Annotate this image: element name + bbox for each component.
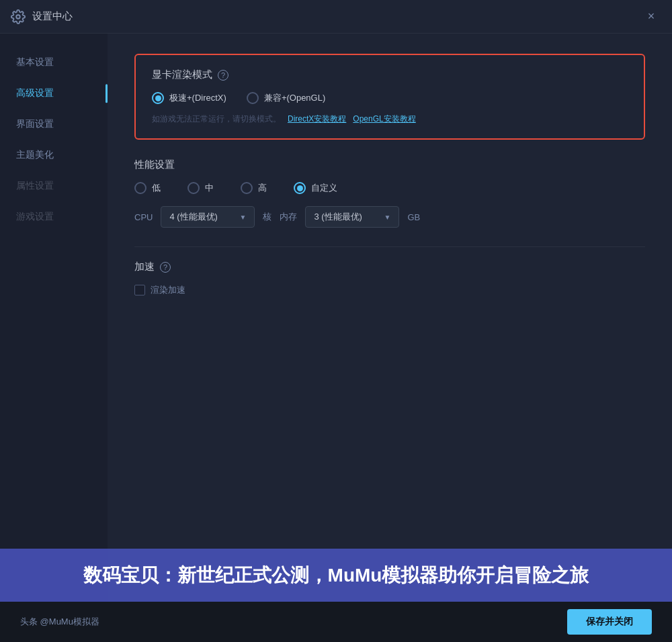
perf-custom-label: 自定义 bbox=[311, 182, 337, 194]
banner-text: 数码宝贝：新世纪正式公测，MuMu模拟器助你开启冒险之旅 bbox=[20, 562, 652, 588]
sidebar-item-advanced[interactable]: 高级设置 bbox=[0, 78, 108, 109]
perf-custom-radio[interactable] bbox=[294, 182, 306, 194]
gpu-render-section: 显卡渲染模式 ? 极速+(DirectX) 兼容+(OpenGL) 如游戏无法正… bbox=[134, 54, 645, 140]
perf-high-label: 高 bbox=[258, 182, 267, 194]
sidebar-item-theme[interactable]: 主题美化 bbox=[0, 140, 108, 171]
perf-low-option[interactable]: 低 bbox=[134, 182, 161, 194]
sidebar-item-ui[interactable]: 界面设置 bbox=[0, 109, 108, 140]
cpu-select-arrow: ▼ bbox=[240, 214, 247, 221]
cpu-select[interactable]: 4 (性能最优) ▼ bbox=[161, 206, 255, 228]
title-text: 设置中心 bbox=[32, 10, 73, 23]
turbo-accel-option[interactable]: 渲染加速 bbox=[134, 284, 645, 296]
acceleration-section: 加速 ? 渲染加速 bbox=[134, 261, 645, 296]
sidebar-item-props: 属性设置 bbox=[0, 171, 108, 201]
perf-low-radio[interactable] bbox=[134, 182, 146, 194]
mem-select[interactable]: 3 (性能最优) ▼ bbox=[305, 206, 399, 228]
gpu-hint-row: 如游戏无法正常运行，请切换模式。 DirectX安装教程 OpenGL安装教程 bbox=[152, 113, 628, 125]
gpu-section-title: 显卡渲染模式 ? bbox=[152, 68, 628, 81]
perf-low-label: 低 bbox=[152, 182, 161, 194]
banner-overlay: 数码宝贝：新世纪正式公测，MuMu模拟器助你开启冒险之旅 bbox=[0, 549, 672, 602]
svg-point-0 bbox=[16, 15, 20, 19]
accel-help-icon[interactable]: ? bbox=[160, 262, 171, 273]
perf-mid-option[interactable]: 中 bbox=[187, 182, 214, 194]
mem-select-arrow: ▼ bbox=[384, 214, 391, 221]
title-bar-left: 设置中心 bbox=[11, 9, 73, 24]
footer-watermark: 头条 @MuMu模拟器 bbox=[20, 616, 99, 628]
perf-high-option[interactable]: 高 bbox=[241, 182, 267, 194]
perf-mid-label: 中 bbox=[205, 182, 214, 194]
performance-section: 性能设置 低 中 高 自定义 bbox=[134, 158, 645, 228]
turbo-accel-label: 渲染加速 bbox=[151, 284, 185, 296]
perf-mid-radio[interactable] bbox=[187, 182, 200, 194]
gpu-radio-group: 极速+(DirectX) 兼容+(OpenGL) bbox=[152, 92, 628, 104]
sidebar-item-basic[interactable]: 基本设置 bbox=[0, 47, 108, 78]
perf-radio-group: 低 中 高 自定义 bbox=[134, 182, 645, 194]
gb-label: GB bbox=[407, 212, 420, 222]
directx-option[interactable]: 极速+(DirectX) bbox=[152, 92, 226, 104]
core-label: 核 bbox=[263, 211, 271, 223]
perf-cpu-row: CPU 4 (性能最优) ▼ 核 内存 3 (性能最优) ▼ GB bbox=[134, 206, 645, 228]
perf-high-radio[interactable] bbox=[241, 182, 253, 194]
title-bar: 设置中心 × bbox=[0, 0, 672, 34]
gpu-hint-text: 如游戏无法正常运行，请切换模式。 bbox=[152, 113, 281, 125]
directx-radio[interactable] bbox=[152, 92, 164, 104]
perf-section-title: 性能设置 bbox=[134, 158, 645, 171]
gear-icon bbox=[11, 9, 26, 24]
close-button[interactable]: × bbox=[641, 7, 661, 27]
turbo-accel-checkbox[interactable] bbox=[134, 285, 145, 295]
footer-bar: 头条 @MuMu模拟器 保存并关闭 bbox=[0, 602, 672, 642]
opengl-radio[interactable] bbox=[247, 92, 259, 104]
mem-label: 内存 bbox=[280, 211, 297, 223]
gpu-help-icon[interactable]: ? bbox=[218, 70, 228, 81]
cpu-label: CPU bbox=[134, 212, 153, 222]
accel-section-title: 加速 ? bbox=[134, 261, 645, 273]
opengl-label: 兼容+(OpenGL) bbox=[264, 92, 325, 104]
sidebar-item-game: 游戏设置 bbox=[0, 201, 108, 232]
directx-tutorial-link[interactable]: DirectX安装教程 bbox=[288, 113, 346, 125]
opengl-option[interactable]: 兼容+(OpenGL) bbox=[247, 92, 325, 104]
opengl-tutorial-link[interactable]: OpenGL安装教程 bbox=[353, 113, 415, 125]
directx-label: 极速+(DirectX) bbox=[169, 92, 226, 104]
perf-custom-option[interactable]: 自定义 bbox=[294, 182, 337, 194]
save-close-button[interactable]: 保存并关闭 bbox=[567, 609, 652, 635]
divider bbox=[134, 246, 645, 247]
